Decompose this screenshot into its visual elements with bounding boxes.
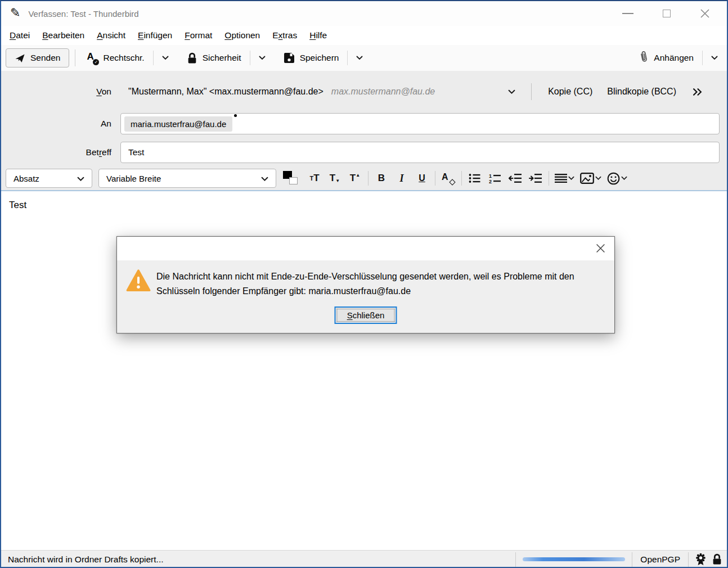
menu-einfuegen[interactable]: Einfügen (132, 30, 178, 40)
openpgp-label: OpenPGP (640, 555, 680, 565)
recipient-pill[interactable]: maria.musterfrau@fau.de (124, 116, 232, 132)
toolbar-separator (75, 49, 75, 66)
dialog-schliessen-button[interactable]: Schließen (335, 306, 397, 324)
spellcheck-label: Rechtschr. (103, 53, 144, 63)
alignment-button[interactable] (552, 169, 577, 188)
chevron-down-icon (508, 89, 515, 94)
underline-button[interactable]: U (412, 169, 432, 188)
security-dropdown[interactable] (254, 48, 270, 67)
increase-font-size-button[interactable]: T▲ (345, 169, 365, 188)
text-color-picker[interactable] (282, 169, 300, 187)
message-headers: Von "Mustermann, Max" <max.mustermann@fa… (1, 71, 727, 166)
italic-button[interactable]: I (392, 169, 412, 188)
from-label: Von (1, 87, 111, 97)
subject-label: Betreff (1, 147, 111, 157)
insert-image-button[interactable] (577, 169, 604, 188)
chevron-down-icon (162, 56, 169, 60)
recipient-key-dot (234, 114, 237, 117)
to-input[interactable]: maria.musterfrau@fau.de (120, 113, 720, 134)
chevron-down-icon (259, 56, 266, 60)
close-icon (700, 8, 710, 19)
numbered-list-button[interactable]: 12 (485, 169, 505, 188)
background-color-swatch (289, 177, 298, 184)
font-select[interactable]: Variable Breite (98, 169, 276, 188)
minimize-button[interactable] (622, 13, 633, 14)
maximize-button[interactable] (663, 10, 671, 17)
attach-label: Anhängen (654, 53, 694, 63)
send-button[interactable]: Senden (6, 48, 69, 67)
paragraph-format-select[interactable]: Absatz (6, 169, 92, 188)
outdent-button[interactable] (505, 169, 525, 188)
menubar: Datei Bearbeiten Ansicht Einfügen Format… (1, 26, 727, 45)
decrease-font-size-button[interactable]: T▼ (325, 169, 345, 188)
paperclip-icon (639, 50, 650, 66)
spellcheck-dropdown[interactable] (158, 48, 173, 67)
status-message: Nachricht wird in Ordner Drafts kopiert.… (8, 555, 164, 565)
remove-formatting-icon: A (442, 172, 455, 184)
menu-ansicht[interactable]: Ansicht (91, 30, 132, 40)
bold-button[interactable]: B (371, 169, 392, 188)
message-body-text: Test (9, 200, 719, 211)
recipient-address: maria.musterfrau@fau.de (131, 119, 226, 129)
dialog-close-button[interactable] (596, 244, 605, 255)
indent-icon (529, 173, 542, 183)
bcc-button[interactable]: Blindkopie (BCC) (600, 87, 684, 97)
more-addressing-button[interactable] (687, 88, 708, 96)
smiley-icon (607, 172, 620, 185)
chevron-down-icon (356, 56, 363, 60)
menu-hilfe[interactable]: Hilfe (303, 30, 333, 40)
floppy-icon (284, 52, 295, 64)
encryption-lock-icon[interactable] (712, 553, 722, 565)
chevron-down-icon (77, 177, 84, 182)
compose-window: ✎ Verfassen: Test - Thunderbird Datei Be… (0, 0, 728, 568)
menu-bearbeiten[interactable]: Bearbeiten (36, 30, 91, 40)
close-button[interactable] (700, 8, 710, 19)
chevron-down-icon (621, 176, 627, 181)
insert-smiley-button[interactable] (604, 169, 630, 188)
identity-dropdown[interactable] (501, 89, 522, 94)
subject-row: Betreff Test (1, 142, 727, 163)
subject-value: Test (124, 147, 144, 157)
titlebar: ✎ Verfassen: Test - Thunderbird (1, 1, 727, 26)
remove-formatting-button[interactable]: A (438, 169, 459, 188)
dialog-body: Die Nachricht kann nicht mit Ende-zu-End… (117, 260, 614, 334)
format-toolbar: Absatz Variable Breite TT T▼ T▲ B I U A … (1, 166, 727, 191)
dialog-titlebar (117, 237, 614, 260)
encryption-warning-dialog: Die Nachricht kann nicht mit Ende-zu-End… (116, 236, 615, 333)
close-icon (596, 244, 605, 253)
send-label: Senden (30, 53, 60, 63)
send-icon (15, 53, 25, 64)
svg-text:1: 1 (489, 173, 492, 179)
outdent-icon (509, 173, 522, 183)
save-dropdown[interactable] (352, 48, 367, 67)
image-icon (580, 173, 594, 184)
menu-datei[interactable]: Datei (3, 30, 36, 40)
security-label: Sicherheit (203, 53, 241, 63)
chevron-down-icon (595, 176, 601, 181)
indent-button[interactable] (525, 169, 546, 188)
from-value: "Mustermann, Max" <max.mustermann@fau.de… (128, 87, 323, 97)
cc-button[interactable]: Kopie (CC) (541, 87, 600, 97)
security-button[interactable]: Sicherheit (182, 48, 246, 67)
to-label: An (1, 119, 111, 129)
statusbar: Nachricht wird in Ordner Drafts kopiert.… (1, 550, 727, 568)
from-identity: max.mustermann@fau.de (331, 87, 435, 97)
subject-input[interactable]: Test (120, 142, 720, 163)
reset-font-size-button[interactable]: TT (304, 169, 325, 188)
paragraph-format-value: Absatz (14, 174, 39, 183)
align-icon (555, 174, 567, 183)
attach-button[interactable]: Anhängen (635, 48, 698, 67)
bullet-list-button[interactable] (465, 169, 485, 188)
signature-seal-icon[interactable] (694, 553, 707, 566)
menu-optionen[interactable]: Optionen (218, 30, 266, 40)
attach-dropdown[interactable] (707, 48, 722, 67)
save-button[interactable]: Speichern (279, 48, 344, 67)
numbered-list-icon: 12 (489, 173, 501, 183)
font-value: Variable Breite (106, 174, 161, 183)
chevron-down-icon (261, 177, 268, 182)
spellcheck-button[interactable]: A✓ Rechtschr. (81, 48, 149, 67)
menu-extras[interactable]: Extras (266, 30, 303, 40)
progress-bar (523, 557, 625, 561)
chevron-down-icon (568, 176, 574, 181)
menu-format[interactable]: Format (178, 30, 218, 40)
